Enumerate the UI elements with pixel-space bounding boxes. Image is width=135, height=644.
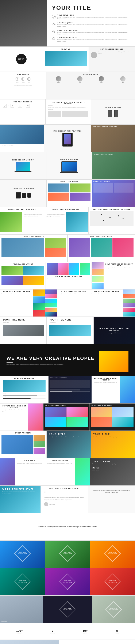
four-side2-2 — [33, 296, 45, 303]
img-text-lr-label: IMAGE + TEXT LEFT AND RIGHT — [0, 207, 44, 212]
team-avatar-3 — [99, 76, 104, 82]
values-icons: Values Mission Vision — [2, 77, 44, 83]
four-top-2 — [58, 263, 69, 275]
ipad2-bg — [91, 125, 135, 152]
macbook-keyboard — [14, 171, 31, 172]
yt-img2-layout: YOUR TITLE Lorem ipsum dolor sit amet co… — [0, 458, 45, 486]
yt-img2-text: YOUR TITLE Lorem ipsum dolor sit amet co… — [15, 458, 45, 486]
row-13: WE ARE VERY CREATIVE PEOPLE Lorem ipsum … — [0, 344, 135, 376]
yt-img2-body: Lorem ipsum dolor sit amet consectetur a… — [17, 462, 43, 464]
latest-proj1-title: OUR LATEST PROJECTS — [1, 236, 66, 237]
pic-four1-1 — [45, 407, 66, 417]
hero-item-3: SOMETHING AWESOME Entrepreneurship activ… — [52, 30, 130, 35]
team-avatar-4 — [120, 76, 126, 82]
process-icons: › › › — [3, 104, 43, 108]
img-text-lr-body: Lorem ipsum dolor sit amet consectetur a… — [24, 214, 42, 217]
ipad-device-1 — [62, 133, 73, 146]
six-s1-3 — [45, 298, 57, 303]
proj1-side-1 — [45, 238, 66, 248]
svg-point-10 — [23, 79, 23, 80]
yt-here3-content: YOUR TITLE HERE Lorem ipsum dolor sit am… — [90, 458, 135, 486]
hero-content: YOUR TITLE YOUR TITLE HERE Entrepreneurs… — [47, 0, 135, 46]
write-here2-slide: WRITE HERE ANOTHER TITLE — [45, 540, 90, 568]
people-photo-label: PEOPLE — [1, 620, 7, 622]
watch-mockup-1 — [16, 192, 21, 198]
pic-four1-grid — [45, 407, 88, 427]
meet-clients-title: Meet our Clients around The World — [90, 208, 134, 210]
four-left-layout: FOUR PICTURES ON THE LEFT SIDE Lorem ips… — [92, 262, 135, 289]
works-prog2-fill2 — [50, 391, 72, 392]
pic-four1-4 — [66, 417, 88, 427]
process-arrow-3: › — [24, 105, 24, 107]
picture-right2-body: Lorem ipsum dolor sit amet consectetur a… — [2, 409, 27, 412]
img-text-rl-body: Lorem ipsum dolor sit amet consectetur a… — [46, 214, 65, 217]
row-8: IMAGE + TEXT LEFT AND RIGHT Lorem ipsum … — [0, 207, 135, 234]
macbook-air-title: MACBOOK AIR MOCKUP — [12, 159, 34, 161]
diamond-1-text: WRITE HERE ANOTHER TITLE — [17, 552, 28, 555]
six-s1-1 — [45, 290, 57, 294]
picture-right2-img — [28, 404, 43, 431]
ipad-mockup1-slide: IPAD MOCKUP WITH FEATURES — [44, 124, 91, 152]
six-side2-photos — [123, 290, 135, 316]
ipad-home-1 — [67, 144, 68, 146]
yt2-main-title: YOUR TITLE HERE — [49, 318, 91, 321]
stat-num-4: 5 — [115, 629, 119, 632]
people-photo-bg: PEOPLE — [0, 596, 43, 623]
we-are-title: WE ARE VERY CREATIVE PEOPLE — [6, 356, 95, 361]
yt2-image — [49, 325, 91, 336]
svg-rect-16 — [19, 105, 21, 106]
hero-item-2-title: ANOTHER QUOTE — [57, 22, 130, 24]
yt-bottom-container: YOUR TITLE Lorem ipsum dolor sit amet co… — [47, 431, 91, 458]
six-s2-5 — [123, 308, 135, 312]
row-5: iPhone 6 Project IPAD MOCKUP WITH FEATUR… — [0, 124, 135, 152]
picture-four1-slide: PICTURE AND FOUR TEXTS — [43, 403, 89, 431]
row-12: YOUR TITLE HERE Subtitle Here YOUR TITLE… — [0, 317, 135, 344]
star-icon — [52, 30, 56, 34]
write-here8-slide: WRITE HERE ANOTHER TITLE — [92, 596, 135, 623]
four-left-3 — [92, 276, 104, 282]
diamond-2-text: WRITE HERE ANOTHER TITLE — [62, 552, 73, 555]
row-6: MACBOOK AIR MOCKUP MACBOOK MOCKUP MACBOO… — [0, 152, 135, 180]
img-text-rl-content: Lorem ipsum dolor sit amet consectetur a… — [44, 212, 88, 232]
team-name-1: Name — [48, 82, 69, 83]
four-left-text: FOUR PICTURES ON THE LEFT SIDE Lorem ips… — [104, 262, 135, 289]
yt-bottom-title: YOUR TITLE — [49, 433, 88, 436]
value-1-label: Values — [15, 82, 19, 83]
stat-lab-1: Projects — [16, 632, 23, 634]
svg-point-14 — [4, 105, 5, 106]
about-title: ABOUT US — [45, 48, 87, 50]
four-left-4 — [92, 283, 104, 289]
steps-line — [48, 106, 52, 106]
hero-item-2: ANOTHER QUOTE Entrepreneurship activitie… — [52, 22, 130, 28]
img-text-lr-content: Lorem ipsum dolor sit amet consectetur a… — [0, 212, 44, 232]
text-half-right: Lorem ipsum dolor sit amet consectetur a… — [22, 212, 44, 232]
four-side2-text: FOUR PICTURES ON THE SIDE Lorem ipsum do… — [0, 290, 33, 316]
creative1-subtitle: Lorem ipsum dolor sit amet — [108, 332, 121, 334]
picture-right2-layout: PICTURE ON SLIDE RIGHT POSITION Lorem ip… — [0, 404, 43, 431]
four-img-grid — [1, 266, 44, 285]
client-avatar — [44, 502, 48, 506]
value-item-2: Mission — [21, 77, 25, 83]
proj1-grid — [1, 238, 66, 258]
four-top-title: FOUR PICTURES ON THE TOP — [47, 276, 90, 277]
stat-4: 5 Years — [115, 629, 119, 634]
globe-icon — [27, 77, 31, 81]
img-text-rl-slide: IMAGE + TEXT RIGHT AND LEFT Lorem ipsum … — [44, 207, 88, 234]
works-grid-1 — [48, 184, 91, 201]
proj2-item-2 — [91, 238, 112, 258]
proj1-side-2 — [45, 248, 66, 258]
avatar-1 — [91, 52, 97, 58]
four-top-1 — [47, 263, 58, 275]
works2-item-2 — [114, 183, 134, 192]
your-title-here3-slide: YOUR TITLE HERE Lorem ipsum dolor sit am… — [90, 458, 135, 486]
hero-item-2-content: ANOTHER QUOTE Entrepreneurship activitie… — [57, 22, 130, 28]
four-left-photos — [92, 262, 104, 289]
hero-item-3-title: SOMETHING AWESOME — [57, 30, 130, 31]
latest-projects2-slide: OUR LATEST PROJECTS — [67, 234, 135, 262]
latest-works1-title: OUR LATEST WORKS — [48, 181, 91, 182]
stat-1: 100+ Projects — [16, 629, 23, 634]
macbook-pro-slide: MACBOOK PRO MOCKUP — [92, 152, 135, 180]
your-title1-slide: YOUR TITLE HERE Subtitle Here — [0, 317, 47, 344]
six-side1-text: SIX PICTURES ON THE SIDE Lorem ipsum dol… — [57, 290, 90, 316]
yt-here3-container: YOUR TITLE HERE Lorem ipsum dolor sit am… — [90, 458, 135, 486]
